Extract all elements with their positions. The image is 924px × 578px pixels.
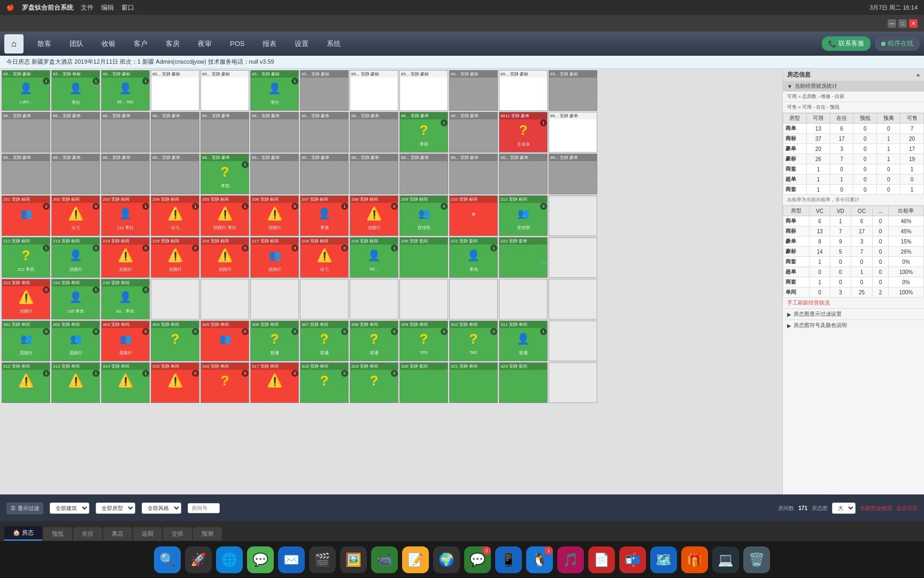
win-minimize[interactable]: — [888, 19, 896, 28]
room-card[interactable]: 306 安静 单间 ?0 联通 [250, 321, 299, 361]
room-card[interactable]: 86... 安静 豪单 [101, 154, 150, 194]
room-card[interactable]: 318 安静 单间 ?0 [300, 362, 349, 403]
dock-maps[interactable]: 🗺️ [650, 546, 677, 573]
room-card[interactable]: 209 安静 标间 👥0 宣传部 [399, 195, 448, 236]
refresh-link[interactable]: 手工刷新经营状况 [783, 298, 924, 308]
room-card[interactable]: 210 安静 标间 ■ [449, 195, 498, 236]
dock-photos[interactable]: 🖼️ [340, 546, 367, 573]
room-card[interactable]: 310 安静 单间 ?0 582 [449, 321, 498, 361]
room-card[interactable]: 208 安静 标间 ⚠️0 丝路行 [350, 195, 398, 236]
nav-system[interactable]: 系统 [318, 36, 349, 52]
dock-launchpad[interactable]: 🚀 [185, 546, 212, 573]
tab-room-status[interactable]: 🏠 房态 [4, 526, 42, 541]
nav-team[interactable]: 团队 [61, 36, 92, 52]
room-card[interactable]: 85... 安静 豪标 [300, 70, 349, 111]
room-card[interactable]: 204 安静 标间 ⚠️1 出七 [151, 195, 199, 236]
room-card[interactable]: 86... 安静 豪单 [250, 112, 299, 153]
building-select[interactable]: 全部建筑 [50, 503, 89, 514]
room-card[interactable]: 214 安静 标间 ⚠️0 丝路行 [101, 237, 150, 278]
room-card[interactable]: 312 安静 单间 ⚠️1 [2, 362, 50, 403]
menu-window[interactable]: 窗口 [121, 3, 134, 12]
room-card[interactable]: 86... 安静 豪单 [350, 112, 398, 153]
room-card[interactable]: 206 安静 标间 ⚠️0 丝路行 [250, 195, 299, 236]
room-card[interactable]: 304 安静 单间 ?0 [151, 321, 199, 361]
room-card[interactable]: 85... 安静 豪标 [151, 70, 199, 111]
room-card[interactable]: 217 安静 标间 👥0 丝路行 [250, 237, 299, 278]
room-card[interactable]: 205 安静 标间 ⚠️1 丝路行 李社 [201, 195, 249, 236]
room-card[interactable]: 86... 安静 豪单 [2, 112, 50, 153]
room-card[interactable]: 201 安静 标间 👥2 [2, 195, 50, 236]
room-card[interactable]: 85... 安静 豪标 👤1 85... 582 [101, 70, 150, 111]
tab-future[interactable]: 远期 [133, 527, 162, 541]
room-card[interactable] [549, 237, 597, 278]
room-card[interactable]: 86... 安静 豪单 ?1 李四 [399, 112, 448, 153]
nav-settings[interactable]: 设置 [286, 36, 317, 52]
dock-mail2[interactable]: 📬 [619, 546, 646, 573]
room-card[interactable]: 307 安静 单间 ?0 联通 [300, 321, 349, 361]
dock-terminal[interactable]: 💻 [712, 546, 739, 573]
room-card[interactable]: 314 安静 单间 ⚠️1 [101, 362, 150, 403]
room-card[interactable]: 301 安静 单间 👥0 思路行 [2, 321, 50, 361]
room-card[interactable]: 86... 安静 豪单 🔧 [549, 154, 597, 194]
room-card[interactable]: 85... 安静 豪标 👤1 LIZH... [2, 70, 50, 111]
room-card[interactable]: 222 安静 套单 🔧 [499, 237, 548, 278]
room-card[interactable]: 315 安静 单间 ⚠️0 [151, 362, 199, 403]
dock-appstore[interactable]: 📱 [495, 546, 522, 573]
room-number-input[interactable] [188, 503, 220, 513]
room-card[interactable]: 311 安静 单间 👤1 联通 [499, 321, 548, 361]
nav-customer[interactable]: 客户 [125, 36, 156, 52]
nav-report[interactable]: 报表 [254, 36, 285, 52]
apple-menu[interactable]: 🍎 [6, 4, 14, 11]
room-card[interactable]: 317 安静 单间 ⚠️0 [250, 362, 299, 403]
home-button[interactable]: ⌂ [4, 34, 24, 54]
room-card[interactable]: 86... 安静 豪单 [399, 154, 448, 194]
room-card[interactable]: 86... 安静 豪单 [300, 154, 349, 194]
nav-scatter[interactable]: 散客 [29, 36, 60, 52]
dock-qq[interactable]: 🐧 1 [526, 546, 553, 573]
room-card[interactable]: 215 安静 标间 ⚠️0 丝路行 [151, 237, 199, 278]
dock-finder[interactable]: 🔍 [154, 546, 181, 573]
menu-file[interactable]: 文件 [81, 3, 94, 12]
size-select[interactable]: 大 [832, 503, 856, 514]
service-button[interactable]: 📞 联系客服 [822, 36, 871, 51]
room-card[interactable]: 85... 安静 豪标 [350, 70, 398, 111]
room-card[interactable]: 220 安静 套间 [399, 237, 448, 278]
win-maximize[interactable]: □ [898, 19, 907, 28]
room-card[interactable]: 207 安静 标间 👤1 李项 [300, 195, 349, 236]
dock-mail[interactable]: ✉️ [278, 546, 305, 573]
current-ops-link[interactable]: 当前营业情况 [860, 505, 892, 512]
tab-arrivals[interactable]: 预抵 [43, 527, 72, 541]
room-card[interactable]: 313 安静 单间 ⚠️1 [51, 362, 100, 403]
panel-expand[interactable]: » [917, 72, 920, 78]
room-card[interactable]: 86... 安静 豪单 [151, 112, 199, 153]
dock-safari[interactable]: 🌐 [216, 546, 243, 573]
room-card[interactable]: 85... 安静 豪标 [499, 70, 548, 111]
room-card[interactable]: 85... 安静 豪标 [201, 70, 249, 111]
tab-inhouse[interactable]: 在住 [73, 527, 102, 541]
room-card[interactable]: 319 安静 单间 ?0 [350, 362, 398, 403]
stats-section-title[interactable]: ▼ 当前经营状况统计 [783, 81, 924, 92]
room-card[interactable]: 302 安静 单间 👥0 思路行 [51, 321, 100, 361]
calendar-link[interactable]: 会议日历 [896, 505, 918, 512]
room-card[interactable]: 85... 安静 豪标 🔧 [449, 70, 498, 111]
room-card[interactable]: 86... 安静 豪单 [549, 112, 597, 153]
tab-shift[interactable]: 交班 [163, 527, 192, 541]
collapse-legend[interactable]: ▶ 房态图符号及颜色说明 [783, 320, 924, 331]
filter-btn[interactable]: ☰ 显示过滤 [6, 503, 43, 514]
room-card[interactable]: 218 安静 标间 ⚠️0 出七 [300, 237, 349, 278]
win-close[interactable]: ✕ [909, 19, 918, 28]
room-card[interactable]: 85... 安静 豪标 [399, 70, 448, 111]
dock-messages[interactable]: 💬 [247, 546, 274, 573]
room-card[interactable]: 221 安静 套间 👤1 李杰 [449, 237, 498, 278]
dock-facetime[interactable]: 📹 [371, 546, 398, 573]
room-card[interactable]: 202 安静 标间 ⚠️0 出七 [51, 195, 100, 236]
room-card[interactable]: 216 安静 标间 ⚠️0 丝路行 [201, 237, 249, 278]
nav-pos[interactable]: POS [221, 36, 253, 51]
room-type-select[interactable]: 全部房型 [96, 503, 135, 514]
dock-app[interactable]: 🎁 [681, 546, 708, 573]
room-card[interactable]: 305 安静 单间 👥0 [201, 321, 249, 361]
dock-trash[interactable]: 🗑️ [743, 546, 770, 573]
room-card[interactable]: 303 安静 单间 👥0 思路行 [101, 321, 150, 361]
room-card[interactable]: 212 安静 标间 ?1 212 李四 [2, 237, 50, 278]
room-card[interactable]: 308 安静 单间 ?0 联通 [350, 321, 398, 361]
